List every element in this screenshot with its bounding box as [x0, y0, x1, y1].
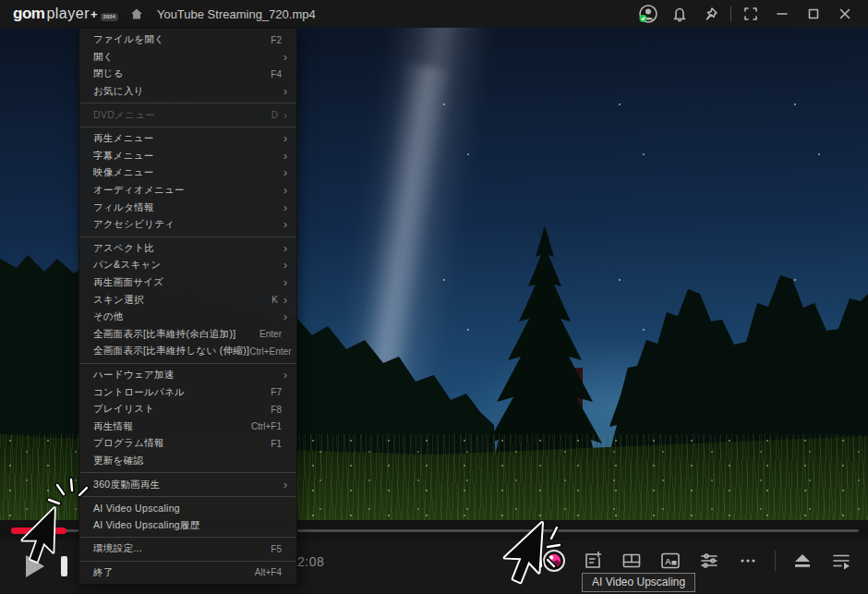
menu-item[interactable]: パン&スキャン › — [79, 257, 296, 274]
menu-item-label: 終了 — [93, 566, 114, 579]
ai-upscaling-tooltip: AI Video Upscaling — [582, 573, 695, 592]
submenu-arrow-icon: › — [283, 185, 287, 196]
menu-item[interactable]: 字幕メニュー › — [79, 148, 296, 165]
submenu-arrow-icon: › — [283, 295, 287, 306]
play-button[interactable] — [18, 550, 50, 583]
menu-item-label: パン&スキャン — [93, 259, 162, 272]
capture-edit-icon — [582, 550, 604, 572]
fullscreen-button[interactable] — [735, 1, 766, 27]
menu-item[interactable]: 環境設定... F5 — [79, 540, 296, 558]
video-wall-button[interactable] — [618, 547, 645, 575]
menu-item-shortcut: F5 — [271, 544, 282, 554]
menu-item-label: 全画面表示[比率維持しない (伸縮)] — [93, 345, 249, 358]
menu-item[interactable]: 全画面表示[比率維持(余白追加)] Enter — [79, 326, 296, 344]
menu-separator — [80, 127, 295, 127]
gom-logo: gom player + 2024 — [13, 5, 118, 23]
menu-item-label: アスペクト比 — [93, 242, 154, 255]
submenu-arrow-icon: › — [283, 370, 287, 381]
menu-item[interactable]: プログラム情報 F1 — [79, 435, 296, 453]
home-button[interactable] — [129, 6, 144, 21]
capture-edit-button[interactable] — [579, 547, 607, 575]
menu-item-label: 360度動画再生 — [93, 479, 160, 491]
play-order-button[interactable] — [827, 547, 855, 575]
submenu-arrow-icon: › — [283, 167, 287, 178]
menu-item-label: AI Video Upscaling — [93, 503, 180, 514]
menu-item-shortcut: Ctrl+F1 — [251, 421, 282, 431]
menu-item-label: スキン選択 — [93, 294, 144, 307]
menu-item-shortcut: F7 — [271, 387, 282, 397]
gom-player-window: gom player + 2024 YouTube Streaming_720.… — [0, 0, 868, 594]
notification-bell-icon — [670, 5, 689, 23]
menu-item[interactable]: 映像メニュー › — [79, 164, 296, 182]
menu-item-shortcut: Alt+F4 — [255, 567, 282, 577]
menu-item[interactable]: 終了 Alt+F4 — [79, 564, 296, 582]
menu-item[interactable]: コントロールパネル F7 — [79, 383, 296, 401]
ai-upscaling-button[interactable] — [540, 547, 568, 575]
menu-item[interactable]: 360度動画再生 › — [79, 476, 296, 493]
menu-item[interactable]: その他 › — [79, 309, 296, 326]
profile-button[interactable] — [633, 1, 664, 27]
menu-item-label: DVDメニュー — [93, 109, 155, 122]
menu-item-label: 更新を確認 — [93, 455, 143, 467]
menu-item[interactable]: 再生メニュー › — [79, 130, 296, 148]
eject-button[interactable] — [789, 547, 816, 575]
fullscreen-icon — [742, 6, 759, 22]
seek-progress — [11, 527, 66, 534]
submenu-arrow-icon: › — [283, 219, 287, 230]
menu-separator — [80, 472, 295, 473]
svg-text:A: A — [665, 556, 671, 566]
minimize-icon — [774, 6, 790, 22]
play-order-icon — [830, 550, 852, 572]
menu-item[interactable]: DVDメニュー D › — [79, 106, 296, 124]
menu-item[interactable]: ハードウェア加速 › — [79, 367, 296, 384]
subtitle-icon: A — [659, 550, 681, 572]
menu-item[interactable]: 再生画面サイズ › — [79, 274, 296, 292]
logo-plus-text: + — [90, 7, 98, 21]
menu-item[interactable]: 閉じる F4 — [79, 66, 296, 83]
menu-item[interactable]: オーディオメニュー › — [79, 182, 296, 200]
submenu-arrow-icon: › — [283, 202, 287, 213]
more-icon — [737, 550, 759, 572]
video-wall-icon — [621, 550, 643, 572]
pin-button[interactable] — [695, 1, 727, 27]
menu-item[interactable]: スキン選択 K › — [79, 291, 296, 309]
subtitle-button[interactable]: A — [657, 547, 684, 575]
minimize-button[interactable] — [766, 1, 798, 27]
home-icon — [129, 6, 144, 21]
submenu-arrow-icon: › — [283, 277, 287, 288]
menu-item-label: コントロールパネル — [93, 386, 185, 399]
menu-item[interactable]: AI Video Upscaling履歴 — [79, 516, 296, 534]
pin-icon — [702, 5, 720, 23]
title-bar: gom player + 2024 YouTube Streaming_720.… — [0, 0, 868, 28]
menu-item[interactable]: フィルタ情報 › — [79, 199, 296, 216]
menu-item[interactable]: 再生情報 Ctrl+F1 — [79, 418, 296, 435]
menu-item[interactable]: アスペクト比 › — [79, 240, 296, 258]
menu-item-label: その他 — [93, 310, 124, 323]
menu-item[interactable]: お気に入り › — [79, 83, 296, 101]
close-button[interactable] — [829, 1, 861, 27]
menu-item-label: 閉じる — [93, 67, 124, 80]
menu-item-label: お気に入り — [93, 85, 144, 98]
submenu-arrow-icon: › — [283, 260, 287, 271]
menu-item-shortcut: F8 — [271, 405, 282, 415]
menu-item-shortcut: F2 — [271, 35, 282, 45]
menu-item[interactable]: アクセシビリティ › — [79, 216, 296, 234]
menu-item[interactable]: プレイリスト F8 — [79, 401, 296, 418]
menu-item-label: フィルタ情報 — [93, 201, 154, 214]
menu-item-label: 再生画面サイズ — [93, 276, 163, 289]
menu-item[interactable]: 更新を確認 — [79, 453, 296, 470]
stop-icon[interactable] — [61, 556, 67, 576]
maximize-icon — [805, 6, 822, 22]
submenu-arrow-icon: › — [283, 52, 287, 63]
menu-item-shortcut: Enter — [259, 329, 282, 339]
eject-icon — [791, 550, 814, 572]
menu-separator — [80, 537, 295, 538]
equalizer-button[interactable] — [695, 547, 723, 575]
notification-button[interactable] — [664, 1, 695, 27]
maximize-button[interactable] — [798, 1, 829, 27]
menu-item[interactable]: 全画面表示[比率維持しない (伸縮)] Ctrl+Enter — [79, 343, 296, 360]
menu-item[interactable]: ファイルを開く F2 — [79, 31, 296, 49]
more-button[interactable] — [734, 547, 762, 575]
menu-item[interactable]: AI Video Upscaling — [79, 500, 296, 517]
menu-item[interactable]: 開く › — [79, 49, 296, 67]
